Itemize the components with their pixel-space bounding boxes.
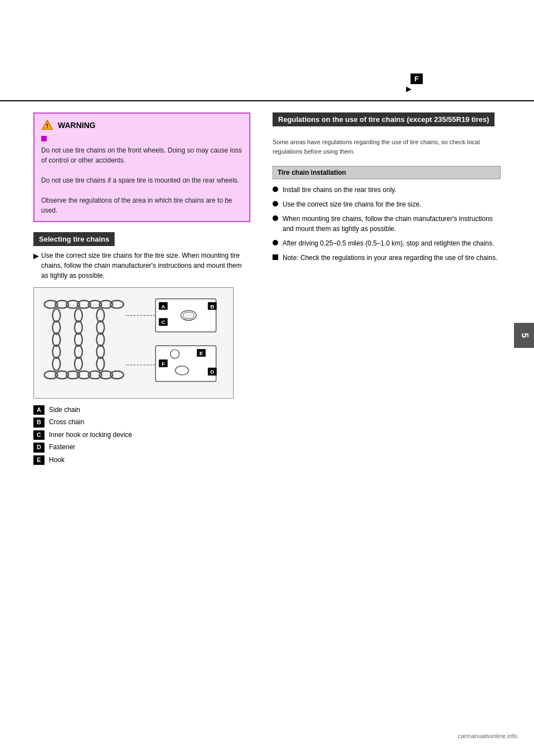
selecting-body-text: Use the correct size tire chains for the…	[41, 251, 250, 281]
top-rule-area: F ▶	[0, 100, 534, 101]
label-items: A Side chain B Cross chain C Inner hook …	[33, 405, 250, 465]
svg-text:B: B	[210, 303, 214, 310]
tire-installation-header: Tire chain installation	[273, 166, 501, 179]
bullet-square-icon-5	[273, 254, 278, 260]
bullet-item-3: When mounting tire chains, follow the ch…	[273, 214, 501, 234]
svg-point-23	[97, 357, 105, 371]
svg-point-18	[75, 357, 82, 371]
bullet-points-list: Install tire chains on the rear tires on…	[273, 185, 501, 263]
bullet-icon-4	[273, 240, 278, 246]
badge-a: A	[33, 405, 44, 415]
right-column: Regulations on the use of tire chains (e…	[261, 107, 534, 473]
watermark: carmanualsonline.info	[458, 733, 517, 739]
bullet-text-3: When mounting tire chains, follow the ch…	[283, 214, 501, 234]
svg-text:E: E	[199, 350, 203, 356]
lower-chain-links	[44, 371, 124, 379]
bullet-item-2: Use the correct size tire chains for the…	[273, 199, 501, 209]
bullet-icon-2	[273, 201, 278, 207]
svg-point-12	[52, 345, 60, 359]
selecting-arrow-line: ▶ Use the correct size tire chains for t…	[33, 251, 250, 281]
warning-triangle-icon: !	[41, 119, 53, 131]
warning-header: ! WARNING	[41, 119, 243, 131]
svg-point-17	[75, 345, 82, 359]
bullet-text-4: After driving 0.25–0.5 miles (0.5–1.0 km…	[283, 238, 494, 248]
svg-point-15	[75, 321, 82, 334]
bullet-icon-1	[273, 186, 278, 192]
svg-point-19	[97, 309, 105, 322]
svg-point-14	[75, 309, 82, 322]
chapter-tab: 5	[514, 323, 534, 348]
svg-rect-35	[183, 312, 194, 319]
left-column: ! WARNING Do not use tire chains on the …	[0, 107, 261, 473]
label-b-text: Cross chain	[49, 418, 84, 427]
bullet-item-5: Note: Check the regulations in your area…	[273, 253, 501, 263]
badge-b: B	[33, 418, 44, 427]
upper-chain-links	[44, 301, 124, 308]
bullet-item-4: After driving 0.25–0.5 miles (0.5–1.0 km…	[273, 238, 501, 248]
svg-point-16	[75, 333, 82, 346]
regulations-header-wrapper: Regulations on the use of tire chains (e…	[273, 112, 501, 131]
bullet-text-2: Use the correct size tire chains for the…	[283, 199, 421, 209]
label-e-text: Hook	[49, 455, 65, 465]
bullet-text-5: Note: Check the regulations in your area…	[283, 253, 497, 263]
svg-text:F: F	[161, 361, 165, 367]
badge-e: E	[33, 455, 44, 465]
label-d-text: Fastener	[49, 443, 75, 452]
label-item-d: D Fastener	[33, 443, 250, 452]
label-item-b: B Cross chain	[33, 418, 250, 427]
bullet-icon-3	[273, 215, 278, 221]
svg-point-22	[97, 345, 105, 359]
bullet-text-1: Install tire chains on the rear tires on…	[283, 185, 397, 195]
warning-text: Do not use tire chains on the front whee…	[41, 145, 243, 215]
svg-text:D: D	[210, 369, 214, 375]
main-layout: ! WARNING Do not use tire chains on the …	[0, 101, 534, 473]
badge-d: D	[33, 443, 44, 452]
bullet-item-1: Install tire chains on the rear tires on…	[273, 185, 501, 195]
svg-text:C: C	[161, 319, 165, 325]
f-badge: F	[411, 73, 423, 84]
svg-text:A: A	[161, 303, 165, 310]
warning-bullet	[41, 136, 243, 145]
label-item-c: C Inner hook or locking device	[33, 430, 250, 440]
selecting-tire-chains-header-wrapper: Selecting tire chains	[33, 232, 250, 251]
warning-title: WARNING	[58, 121, 96, 130]
label-item-a: A Side chain	[33, 405, 250, 415]
svg-point-11	[52, 333, 60, 346]
svg-point-20	[97, 321, 105, 334]
regulations-text: Some areas have regulations regarding th…	[273, 138, 501, 156]
svg-point-10	[52, 321, 60, 334]
svg-point-13	[52, 357, 60, 371]
svg-point-21	[97, 333, 105, 346]
page-container: 5 F ▶ ! WARNING	[0, 0, 534, 756]
selecting-arrow-icon: ▶	[33, 251, 39, 262]
selecting-tire-chains-header: Selecting tire chains	[33, 232, 115, 246]
cross-chain-links	[52, 309, 104, 371]
regulations-header: Regulations on the use of tire chains (e…	[273, 112, 495, 126]
tire-installation-header-wrapper: Tire chain installation	[273, 166, 501, 179]
chapter-number: 5	[520, 333, 530, 338]
warning-box: ! WARNING Do not use tire chains on the …	[33, 112, 250, 222]
svg-point-9	[52, 309, 60, 322]
chain-diagram-svg: A B C E	[34, 288, 233, 398]
svg-text:!: !	[46, 122, 48, 129]
label-item-e: E Hook	[33, 455, 250, 465]
label-a-text: Side chain	[49, 405, 80, 415]
chain-diagram: A B C E	[33, 287, 234, 399]
top-arrow: ▶	[406, 85, 412, 93]
badge-c: C	[33, 430, 44, 440]
label-c-text: Inner hook or locking device	[49, 430, 132, 440]
warning-square-icon	[41, 136, 47, 141]
